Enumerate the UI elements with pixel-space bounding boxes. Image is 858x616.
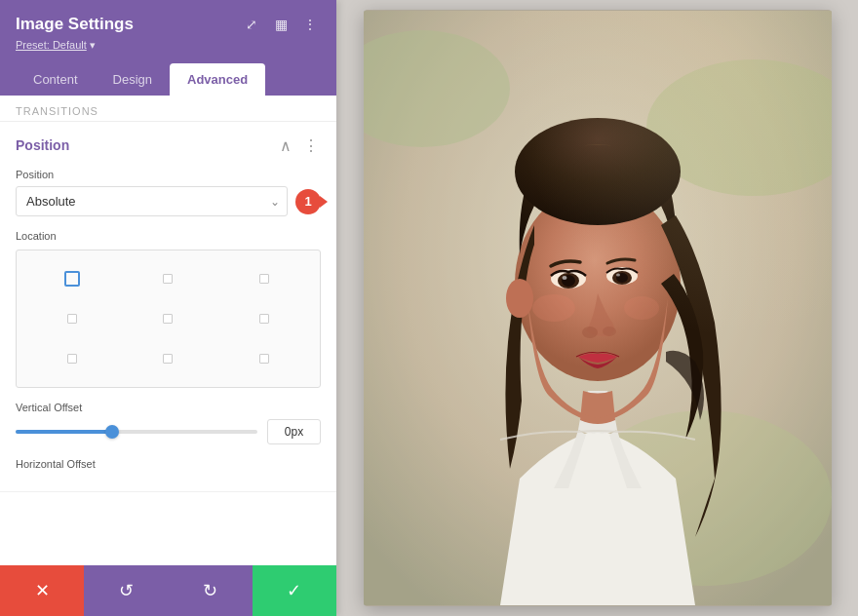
section-title: Position bbox=[16, 137, 69, 153]
grid-dot-tc bbox=[163, 274, 173, 284]
grid-dot-tl bbox=[64, 271, 80, 287]
grid-cell-mc[interactable] bbox=[122, 300, 214, 336]
cancel-button[interactable]: ✕ bbox=[0, 565, 84, 616]
redo-button[interactable]: ↻ bbox=[169, 565, 253, 616]
panel-title: Image Settings bbox=[16, 15, 134, 34]
vertical-offset-label: Vertical Offset bbox=[16, 402, 321, 413]
photo-frame bbox=[364, 10, 832, 606]
more-icon[interactable]: ⋮ bbox=[299, 14, 321, 35]
svg-rect-20 bbox=[364, 11, 832, 605]
section-header: Position ∧ ⋮ bbox=[16, 135, 321, 155]
location-grid-container bbox=[16, 250, 321, 388]
settings-panel: Image Settings ⤢ ▦ ⋮ Preset: Default ▾ C… bbox=[0, 0, 336, 616]
columns-icon[interactable]: ▦ bbox=[270, 14, 292, 35]
grid-cell-br[interactable] bbox=[218, 341, 310, 377]
header-icon-group: ⤢ ▦ ⋮ bbox=[241, 14, 321, 35]
panel-header: Image Settings ⤢ ▦ ⋮ Preset: Default ▾ C… bbox=[0, 0, 336, 96]
panel-body: Transitions Position ∧ ⋮ Position Absolu… bbox=[0, 96, 336, 565]
tab-content[interactable]: Content bbox=[16, 63, 96, 96]
grid-dot-tr bbox=[259, 274, 269, 284]
position-field-label: Position bbox=[16, 169, 321, 180]
position-select[interactable]: Absolute Default Static Relative Fixed S… bbox=[16, 186, 288, 216]
save-button[interactable]: ✓ bbox=[253, 565, 336, 616]
position-select-row: Absolute Default Static Relative Fixed S… bbox=[16, 186, 321, 216]
grid-cell-bc[interactable] bbox=[122, 341, 214, 377]
grid-cell-tl[interactable] bbox=[26, 260, 118, 296]
preview-panel bbox=[336, 0, 858, 616]
location-label: Location bbox=[16, 230, 321, 242]
position-section: Position ∧ ⋮ Position Absolute Default S… bbox=[0, 122, 336, 492]
grid-cell-mr[interactable] bbox=[218, 300, 310, 336]
grid-dot-mc bbox=[163, 314, 173, 324]
vertical-slider-thumb[interactable] bbox=[105, 425, 119, 439]
grid-cell-bl[interactable] bbox=[26, 341, 118, 377]
grid-dot-ml bbox=[67, 314, 77, 324]
bottom-toolbar: ✕ ↺ ↻ ✓ bbox=[0, 565, 336, 616]
vertical-slider-fill bbox=[16, 430, 112, 434]
grid-cell-ml[interactable] bbox=[26, 300, 118, 336]
vertical-slider-track[interactable] bbox=[16, 430, 257, 434]
grid-dot-mr bbox=[259, 314, 269, 324]
horizontal-offset-label: Horizontal Offset bbox=[16, 458, 321, 470]
vertical-offset-input[interactable] bbox=[267, 419, 321, 444]
tab-design[interactable]: Design bbox=[96, 63, 170, 96]
portrait-photo bbox=[364, 10, 832, 606]
vertical-offset-row bbox=[16, 419, 321, 444]
preset-label[interactable]: Preset: Default ▾ bbox=[16, 39, 321, 52]
grid-dot-bl bbox=[67, 354, 77, 364]
vertical-slider-wrapper bbox=[16, 430, 257, 434]
location-grid bbox=[26, 260, 310, 377]
expand-icon[interactable]: ⤢ bbox=[241, 14, 262, 35]
tab-advanced[interactable]: Advanced bbox=[170, 63, 265, 96]
header-top-row: Image Settings ⤢ ▦ ⋮ bbox=[16, 14, 321, 35]
collapse-icon[interactable]: ∧ bbox=[276, 135, 295, 155]
tooltip-badge[interactable]: 1 bbox=[295, 189, 321, 214]
grid-cell-tc[interactable] bbox=[122, 260, 214, 296]
position-select-wrapper: Absolute Default Static Relative Fixed S… bbox=[16, 186, 288, 216]
transitions-label: Transitions bbox=[0, 96, 336, 122]
grid-cell-tr[interactable] bbox=[218, 260, 310, 296]
section-more-icon[interactable]: ⋮ bbox=[301, 135, 321, 155]
grid-dot-br bbox=[259, 354, 269, 364]
grid-dot-bc bbox=[163, 354, 173, 364]
tab-bar: Content Design Advanced bbox=[0, 63, 336, 96]
vertical-offset-section: Vertical Offset bbox=[16, 402, 321, 444]
section-controls: ∧ ⋮ bbox=[276, 135, 321, 155]
undo-button[interactable]: ↺ bbox=[84, 565, 168, 616]
